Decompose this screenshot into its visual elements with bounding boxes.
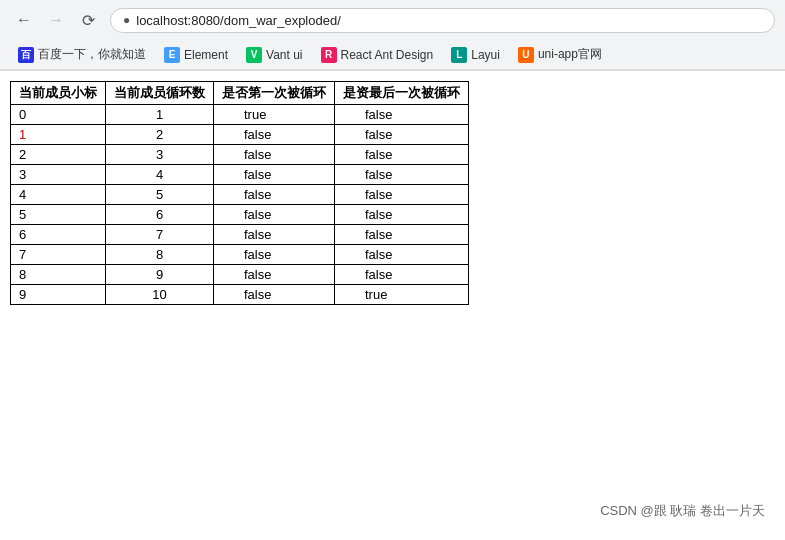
table-row: 45falsefalse: [11, 185, 469, 205]
table-row: 56falsefalse: [11, 205, 469, 225]
cell-last: false: [335, 225, 469, 245]
table-row: 89falsefalse: [11, 265, 469, 285]
cell-first: false: [214, 285, 335, 305]
bookmark-baidu-label: 百度一下，你就知道: [38, 46, 146, 63]
cell-count: 10: [106, 285, 214, 305]
bookmark-element[interactable]: E Element: [156, 44, 236, 66]
cell-count: 4: [106, 165, 214, 185]
address-bar[interactable]: ● localhost:8080/dom_war_exploded/: [110, 8, 775, 33]
table-row: 23falsefalse: [11, 145, 469, 165]
cell-first: false: [214, 245, 335, 265]
cell-first: false: [214, 145, 335, 165]
table-header-row: 当前成员小标 当前成员循环数 是否第一次被循环 是资最后一次被循环: [11, 82, 469, 105]
react-icon: R: [321, 47, 337, 63]
refresh-button[interactable]: ⟳: [74, 6, 102, 34]
back-button[interactable]: ←: [10, 6, 38, 34]
cell-first: false: [214, 265, 335, 285]
cell-count: 6: [106, 205, 214, 225]
cell-last: false: [335, 185, 469, 205]
cell-index: 5: [11, 205, 106, 225]
browser-toolbar: ← → ⟳ ● localhost:8080/dom_war_exploded/: [0, 0, 785, 40]
bookmark-element-label: Element: [184, 48, 228, 62]
cell-count: 8: [106, 245, 214, 265]
cell-index: 8: [11, 265, 106, 285]
cell-first: false: [214, 165, 335, 185]
bookmark-uni[interactable]: U uni-app官网: [510, 43, 610, 66]
cell-index: 1: [11, 125, 106, 145]
cell-count: 3: [106, 145, 214, 165]
table-row: 67falsefalse: [11, 225, 469, 245]
cell-last: false: [335, 205, 469, 225]
cell-count: 2: [106, 125, 214, 145]
table-row: 34falsefalse: [11, 165, 469, 185]
bookmark-react-label: React Ant Design: [341, 48, 434, 62]
cell-first: false: [214, 225, 335, 245]
col-header-index: 当前成员小标: [11, 82, 106, 105]
page-content: 当前成员小标 当前成员循环数 是否第一次被循环 是资最后一次被循环 01true…: [0, 71, 785, 315]
cell-index: 7: [11, 245, 106, 265]
cell-index: 0: [11, 105, 106, 125]
bookmark-react[interactable]: R React Ant Design: [313, 44, 442, 66]
layui-icon: L: [451, 47, 467, 63]
table-row: 01truefalse: [11, 105, 469, 125]
cell-first: false: [214, 185, 335, 205]
table-row: 910falsetrue: [11, 285, 469, 305]
cell-last: false: [335, 105, 469, 125]
vant-icon: V: [246, 47, 262, 63]
cell-last: false: [335, 165, 469, 185]
bookmark-layui-label: Layui: [471, 48, 500, 62]
cell-last: false: [335, 265, 469, 285]
cell-last: false: [335, 145, 469, 165]
cell-last: false: [335, 125, 469, 145]
table-row: 78falsefalse: [11, 245, 469, 265]
bookmark-layui[interactable]: L Layui: [443, 44, 508, 66]
cell-count: 9: [106, 265, 214, 285]
col-header-count: 当前成员循环数: [106, 82, 214, 105]
cell-first: false: [214, 205, 335, 225]
data-table: 当前成员小标 当前成员循环数 是否第一次被循环 是资最后一次被循环 01true…: [10, 81, 469, 305]
bookmark-baidu[interactable]: 百 百度一下，你就知道: [10, 43, 154, 66]
cell-index: 3: [11, 165, 106, 185]
cell-count: 7: [106, 225, 214, 245]
col-header-first: 是否第一次被循环: [214, 82, 335, 105]
cell-last: false: [335, 245, 469, 265]
cell-last: true: [335, 285, 469, 305]
bookmarks-bar: 百 百度一下，你就知道 E Element V Vant ui R React …: [0, 40, 785, 70]
bookmark-uni-label: uni-app官网: [538, 46, 602, 63]
cell-index: 6: [11, 225, 106, 245]
baidu-icon: 百: [18, 47, 34, 63]
col-header-last: 是资最后一次被循环: [335, 82, 469, 105]
cell-count: 5: [106, 185, 214, 205]
table-row: 12falsefalse: [11, 125, 469, 145]
element-icon: E: [164, 47, 180, 63]
cell-first: true: [214, 105, 335, 125]
bookmark-vant[interactable]: V Vant ui: [238, 44, 310, 66]
browser-chrome: ← → ⟳ ● localhost:8080/dom_war_exploded/…: [0, 0, 785, 71]
footer-text: CSDN @跟 耿瑞 卷出一片天: [600, 503, 765, 518]
cell-index: 9: [11, 285, 106, 305]
cell-index: 4: [11, 185, 106, 205]
bookmark-vant-label: Vant ui: [266, 48, 302, 62]
uni-icon: U: [518, 47, 534, 63]
forward-button[interactable]: →: [42, 6, 70, 34]
page-footer: CSDN @跟 耿瑞 卷出一片天: [600, 502, 765, 520]
cell-count: 1: [106, 105, 214, 125]
nav-buttons: ← → ⟳: [10, 6, 102, 34]
address-text: localhost:8080/dom_war_exploded/: [136, 13, 341, 28]
cell-index: 2: [11, 145, 106, 165]
cell-first: false: [214, 125, 335, 145]
lock-icon: ●: [123, 13, 130, 27]
